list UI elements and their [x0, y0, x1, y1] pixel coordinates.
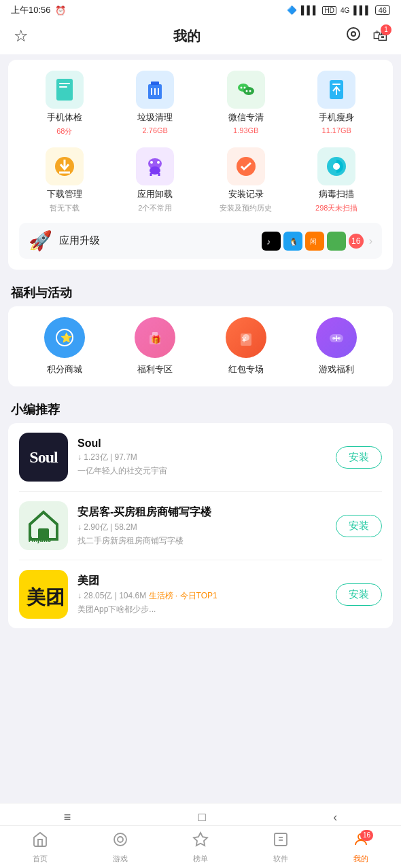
welfare-item-game[interactable]: 游戏福利: [292, 317, 383, 376]
rocket-icon: 🚀: [29, 230, 52, 252]
tool-junk-clean[interactable]: 垃圾清理 2.76GB: [110, 71, 201, 137]
tool-phone-checkup[interactable]: 手机体检 68分: [19, 71, 110, 137]
meituan-app-icon: 美团: [19, 570, 68, 619]
welfare-label: 游戏福利: [319, 363, 354, 376]
meituan-downloads: ↓ 28.05亿 | 104.6M: [77, 591, 149, 600]
mini-app-qq: 🐧: [283, 232, 302, 251]
svg-point-58: [118, 837, 123, 842]
cart-badge: 1: [381, 24, 391, 35]
upgrade-label: 应用升级: [59, 234, 255, 247]
welfare-item-points[interactable]: ⭐ 积分商城: [19, 317, 110, 376]
soul-app-meta: ↓ 1.23亿 | 97.7M: [77, 452, 326, 463]
star-button[interactable]: ☆: [14, 26, 29, 46]
4g-icon: 4G: [341, 7, 349, 14]
tool-sub: 2个不常用: [138, 203, 172, 213]
home-button[interactable]: □: [198, 810, 206, 825]
tool-name: 微信专清: [228, 111, 264, 124]
nav-item-games[interactable]: 游戏: [112, 831, 128, 864]
svg-point-14: [245, 90, 247, 92]
mine-nav-badge: 16: [360, 830, 373, 841]
welfare-item-redpack[interactable]: ¥ 红包专场: [201, 317, 292, 376]
tool-download-mgr[interactable]: 下载管理 暂无下载: [19, 147, 110, 213]
welfare-section-title: 福利与活动: [0, 275, 401, 306]
svg-point-12: [240, 87, 242, 89]
welfare-icon-zone: 🎁: [135, 317, 175, 358]
mine-nav-icon: 16: [353, 831, 369, 852]
svg-text:⭐: ⭐: [60, 332, 73, 344]
tool-app-uninstall[interactable]: 应用卸载 2个不常用: [110, 147, 201, 213]
welfare-icon-points: ⭐: [44, 317, 85, 358]
recommend-section-title: 小编推荐: [0, 392, 401, 423]
meituan-app-desc: 美团App下啥都少步...: [77, 604, 326, 615]
soul-app-info: Soul ↓ 1.23亿 | 97.7M 一亿年轻人的社交元宇宙: [77, 437, 326, 477]
tool-wechat-clean[interactable]: 微信专清 1.93GB: [201, 71, 292, 137]
svg-point-13: [243, 87, 245, 89]
tool-sub: 安装及预约历史: [220, 203, 272, 213]
status-right: 🔷 ▌▌▌ HD 4G ▌▌▌ 46: [287, 5, 390, 15]
meituan-app-info: 美团 ↓ 28.05亿 | 104.6M 生活榜 · 今日TOP1 美团App下…: [77, 574, 326, 615]
tool-name: 手机瘦身: [319, 111, 354, 124]
page-title: 我的: [173, 27, 201, 46]
anjuke-app-icon: Anjuke: [19, 501, 68, 550]
tool-name: 应用卸载: [137, 188, 173, 200]
hd-icon: HD: [322, 6, 336, 15]
svg-rect-3: [59, 83, 70, 84]
welfare-grid: ⭐ 积分商城 🎁 福利专区 ¥ 红包专场 游戏福利: [19, 317, 382, 376]
svg-text:闲: 闲: [310, 238, 317, 245]
status-time: 上午10:56: [11, 4, 51, 16]
meituan-install-button[interactable]: 安装: [336, 583, 382, 606]
app-row-meituan: 美团 美团 ↓ 28.05亿 | 104.6M 生活榜 · 今日TOP1 美团A…: [19, 560, 382, 628]
settings-button[interactable]: [345, 26, 362, 46]
app-row-anjuke: Anjuke 安居客-买房租房商铺写字楼 ↓ 2.90亿 | 58.2M 找二手…: [19, 492, 382, 560]
svg-rect-4: [59, 86, 67, 88]
meituan-app-meta: ↓ 28.05亿 | 104.6M 生活榜 · 今日TOP1: [77, 590, 326, 602]
soul-install-button[interactable]: 安装: [336, 446, 382, 469]
software-nav-icon: [273, 831, 289, 852]
menu-button[interactable]: ≡: [64, 810, 71, 825]
nav-item-mine[interactable]: 16 我的: [353, 831, 369, 864]
tool-name: 垃圾清理: [137, 111, 173, 124]
welfare-icon-redpack: ¥: [226, 317, 266, 358]
meituan-ranking: 生活榜 · 今日TOP1: [149, 591, 217, 600]
tool-sub: 暂无下载: [50, 203, 80, 213]
back-button[interactable]: ‹: [333, 810, 337, 825]
nav-item-home[interactable]: 首页: [32, 831, 48, 864]
tool-phone-slim[interactable]: 手机瘦身 11.17GB: [292, 71, 383, 137]
recommend-section: Soul Soul ↓ 1.23亿 | 97.7M 一亿年轻人的社交元宇宙 安装…: [8, 423, 393, 628]
anjuke-install-button[interactable]: 安装: [336, 515, 382, 537]
tools-grid: 手机体检 68分 垃圾清理 2.76GB 微信专清 1.93GB: [19, 71, 382, 213]
svg-rect-60: [275, 833, 287, 846]
svg-point-24: [157, 161, 160, 164]
tool-install-history[interactable]: 安装记录 安装及预约历史: [201, 147, 292, 213]
welfare-label: 积分商城: [47, 363, 82, 376]
anjuke-app-desc: 找二手房新房租房商铺写字楼: [77, 535, 326, 547]
nav-item-software[interactable]: 软件: [273, 831, 289, 864]
nav-label: 首页: [33, 854, 48, 864]
upgrade-count: 16: [349, 234, 364, 249]
cart-button[interactable]: 🛍 1: [372, 27, 387, 45]
tool-sub: 2.76GB: [143, 126, 168, 134]
app-row-soul: Soul Soul ↓ 1.23亿 | 97.7M 一亿年轻人的社交元宇宙 安装: [19, 423, 382, 492]
upgrade-arrow-icon: ›: [369, 235, 372, 247]
alarm-icon: ⏰: [55, 5, 66, 16]
svg-rect-6: [151, 82, 159, 85]
nav-label: 我的: [353, 854, 368, 864]
signal2-icon: ▌▌▌: [353, 5, 371, 15]
soul-app-desc: 一亿年轻人的社交元宇宙: [77, 465, 326, 477]
svg-text:♪: ♪: [266, 237, 271, 247]
svg-rect-2: [56, 79, 73, 101]
nav-label: 游戏: [113, 854, 128, 864]
tool-name: 下载管理: [47, 188, 82, 200]
soul-app-icon: Soul: [19, 433, 68, 482]
welfare-item-zone[interactable]: 🎁 福利专区: [110, 317, 201, 376]
nav-item-rank[interactable]: 榜单: [192, 831, 209, 864]
upgrade-banner[interactable]: 🚀 应用升级 ♪ 🐧 闲 16 ›: [19, 223, 382, 259]
welfare-label: 红包专场: [228, 363, 264, 376]
svg-text:🎁: 🎁: [151, 334, 161, 344]
status-left: 上午10:56 ⏰: [11, 4, 66, 16]
upgrade-apps: ♪ 🐧 闲 16 ›: [262, 232, 372, 251]
tool-virus-scan[interactable]: 病毒扫描 298天未扫描: [292, 147, 383, 213]
tool-sub: 298天未扫描: [315, 203, 358, 213]
anjuke-app-meta: ↓ 2.90亿 | 58.2M: [77, 522, 326, 533]
anjuke-app-info: 安居客-买房租房商铺写字楼 ↓ 2.90亿 | 58.2M 找二手房新房租房商铺…: [77, 505, 326, 547]
